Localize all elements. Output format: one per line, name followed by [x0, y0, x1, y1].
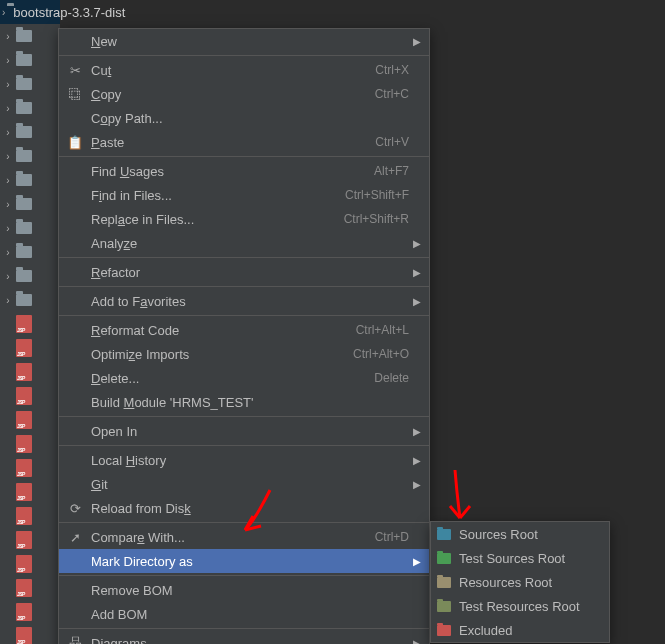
tree-jsp-file[interactable]	[0, 408, 60, 432]
submenu-item-sources[interactable]: Sources Root	[431, 522, 609, 546]
shortcut-label: Ctrl+C	[375, 87, 409, 101]
tree-jsp-file[interactable]	[0, 360, 60, 384]
menu-item-removebom[interactable]: Remove BOM	[59, 578, 429, 602]
tree-folder[interactable]: ›	[0, 192, 60, 216]
chevron-right-icon: ▶	[413, 238, 421, 249]
tree-folder[interactable]: ›	[0, 96, 60, 120]
menu-item-paste[interactable]: 📋PasteCtrl+V	[59, 130, 429, 154]
tree-folder[interactable]: ›	[0, 288, 60, 312]
menu-item-delete[interactable]: Delete...Delete	[59, 366, 429, 390]
tree-folder[interactable]: ›	[0, 48, 60, 72]
folder-icon	[16, 150, 32, 162]
menu-item-mark[interactable]: Mark Directory as▶	[59, 549, 429, 573]
tree-folder[interactable]: ›	[0, 240, 60, 264]
blank-icon	[67, 582, 83, 598]
menu-item-findusages[interactable]: Find UsagesAlt+F7	[59, 159, 429, 183]
tree-jsp-file[interactable]	[0, 312, 60, 336]
menu-item-build[interactable]: Build Module 'HRMS_TEST'	[59, 390, 429, 414]
menu-item-reformat[interactable]: Reformat CodeCtrl+Alt+L	[59, 318, 429, 342]
menu-item-addbom[interactable]: Add BOM	[59, 602, 429, 626]
submenu-item-label: Excluded	[459, 623, 512, 638]
submenu-item-tests[interactable]: Test Sources Root	[431, 546, 609, 570]
blank-icon	[67, 394, 83, 410]
menu-item-cut[interactable]: ✂CutCtrl+X	[59, 58, 429, 82]
tree-folder[interactable]: ›	[0, 24, 60, 48]
chevron-right-icon: ▶	[413, 296, 421, 307]
menu-item-git[interactable]: Git▶	[59, 472, 429, 496]
submenu-mark-directory[interactable]: Sources RootTest Sources RootResources R…	[430, 521, 610, 643]
jsp-icon	[16, 435, 32, 453]
tree-jsp-file[interactable]	[0, 600, 60, 624]
menu-item-label: Reload from Disk	[91, 501, 409, 516]
submenu-item-testres[interactable]: Test Resources Root	[431, 594, 609, 618]
tree-jsp-file[interactable]	[0, 624, 60, 644]
chevron-right-icon: ›	[2, 7, 5, 18]
project-tree[interactable]: › bootstrap-3.3.7-dist ››››››››››››	[0, 0, 60, 644]
folder-sources-icon	[437, 529, 451, 540]
tree-folder[interactable]: ›	[0, 120, 60, 144]
tree-jsp-file[interactable]	[0, 552, 60, 576]
chevron-right-icon: ▶	[413, 455, 421, 466]
menu-item-compare[interactable]: ➚Compare With...Ctrl+D	[59, 525, 429, 549]
folder-icon	[16, 30, 32, 42]
tree-folder[interactable]: ›	[0, 264, 60, 288]
menu-item-replaceinfiles[interactable]: Replace in Files...Ctrl+Shift+R	[59, 207, 429, 231]
context-menu[interactable]: New▶✂CutCtrl+X⿻CopyCtrl+CCopy Path...📋Pa…	[58, 28, 430, 644]
folder-icon	[16, 222, 32, 234]
blank-icon	[67, 211, 83, 227]
menu-item-label: Find in Files...	[91, 188, 345, 203]
tree-jsp-file[interactable]	[0, 432, 60, 456]
tree-jsp-file[interactable]	[0, 480, 60, 504]
folder-label: bootstrap-3.3.7-dist	[13, 5, 125, 20]
menu-item-diagrams[interactable]: 品Diagrams▶	[59, 631, 429, 644]
tree-jsp-file[interactable]	[0, 528, 60, 552]
menu-item-label: Add to Favorites	[91, 294, 409, 309]
jsp-icon	[16, 627, 32, 644]
chevron-right-icon: ›	[2, 31, 14, 42]
jsp-icon	[16, 531, 32, 549]
copy-icon: ⿻	[67, 86, 83, 102]
menu-item-openin[interactable]: Open In▶	[59, 419, 429, 443]
tree-folder[interactable]: ›	[0, 216, 60, 240]
shortcut-label: Ctrl+Alt+O	[353, 347, 409, 361]
menu-item-copy[interactable]: ⿻CopyCtrl+C	[59, 82, 429, 106]
menu-item-history[interactable]: Local History▶	[59, 448, 429, 472]
menu-item-refactor[interactable]: Refactor▶	[59, 260, 429, 284]
tree-jsp-file[interactable]	[0, 576, 60, 600]
menu-item-label: Cut	[91, 63, 375, 78]
menu-item-reload[interactable]: ⟳Reload from Disk	[59, 496, 429, 520]
folder-icon	[16, 246, 32, 258]
menu-item-favorites[interactable]: Add to Favorites▶	[59, 289, 429, 313]
menu-item-copypath[interactable]: Copy Path...	[59, 106, 429, 130]
chevron-right-icon: ›	[2, 55, 14, 66]
tree-jsp-file[interactable]	[0, 384, 60, 408]
tree-folder-selected[interactable]: › bootstrap-3.3.7-dist	[0, 0, 60, 24]
folder-excluded-icon	[437, 625, 451, 636]
folder-testres-icon	[437, 601, 451, 612]
menu-item-new[interactable]: New▶	[59, 29, 429, 53]
blank-icon	[67, 370, 83, 386]
menu-item-label: Mark Directory as	[91, 554, 409, 569]
menu-item-analyze[interactable]: Analyze▶	[59, 231, 429, 255]
submenu-item-label: Test Resources Root	[459, 599, 580, 614]
jsp-icon	[16, 483, 32, 501]
menu-item-findinfiles[interactable]: Find in Files...Ctrl+Shift+F	[59, 183, 429, 207]
tree-jsp-file[interactable]	[0, 504, 60, 528]
menu-item-label: Analyze	[91, 236, 409, 251]
jsp-icon	[16, 339, 32, 357]
menu-item-label: Copy	[91, 87, 375, 102]
chevron-right-icon: ▶	[413, 638, 421, 645]
tree-folder[interactable]: ›	[0, 144, 60, 168]
folder-icon	[16, 54, 32, 66]
jsp-icon	[16, 579, 32, 597]
tree-folder[interactable]: ›	[0, 72, 60, 96]
jsp-icon	[16, 459, 32, 477]
tree-folder[interactable]: ›	[0, 168, 60, 192]
tree-jsp-file[interactable]	[0, 456, 60, 480]
menu-item-optimize[interactable]: Optimize ImportsCtrl+Alt+O	[59, 342, 429, 366]
tree-jsp-file[interactable]	[0, 336, 60, 360]
chevron-right-icon: ›	[2, 79, 14, 90]
submenu-item-excluded[interactable]: Excluded	[431, 618, 609, 642]
submenu-item-resources[interactable]: Resources Root	[431, 570, 609, 594]
jsp-icon	[16, 315, 32, 333]
